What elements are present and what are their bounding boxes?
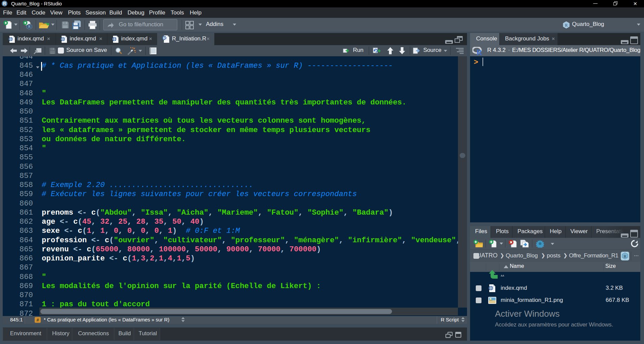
svg-text:R: R xyxy=(28,25,31,28)
svg-text:R: R xyxy=(163,36,166,40)
svg-text:R: R xyxy=(623,254,627,259)
svg-text:R: R xyxy=(565,23,568,28)
svg-text:R: R xyxy=(476,48,482,55)
